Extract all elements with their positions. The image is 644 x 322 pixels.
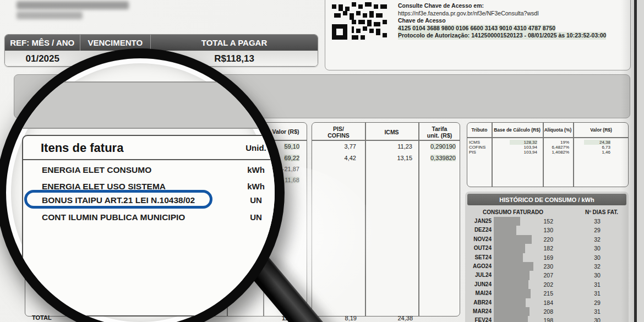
history-kwh-value: 215 bbox=[520, 290, 553, 297]
history-row: OUT2418230 bbox=[465, 244, 629, 253]
tarifa-header: Tarifa unit. (R$) bbox=[418, 126, 461, 139]
history-month: MAR24 bbox=[465, 308, 492, 314]
consult-label: Consulte Chave de Acesso em: bbox=[398, 2, 635, 10]
history-row: MAI2421531 bbox=[465, 289, 629, 298]
valor-cell: 69,22 bbox=[284, 155, 299, 161]
tarifa-cell: 0,339820 bbox=[430, 155, 456, 161]
tax-value: 1,46 bbox=[584, 150, 610, 155]
icms-cell: 13,15 bbox=[397, 155, 412, 161]
item-unit: kWh bbox=[235, 182, 277, 191]
total-row-label: TOTAL bbox=[32, 314, 52, 321]
values-header-underline bbox=[312, 140, 460, 141]
base-calculo-header: Base de Cálculo (R$) bbox=[492, 127, 543, 133]
items-header-underline-magnified bbox=[23, 159, 285, 160]
tax-value: 24,38 bbox=[584, 140, 610, 145]
history-days-value: 33 bbox=[583, 218, 611, 225]
tax-base: 128,32 bbox=[510, 140, 537, 145]
history-days-value: 30 bbox=[583, 254, 611, 261]
history-row: DEZ2413029 bbox=[465, 226, 629, 234]
history-month: JUL24 bbox=[465, 272, 492, 278]
history-kwh-value: 130 bbox=[520, 227, 553, 233]
history-kwh-value: 208 bbox=[520, 308, 553, 315]
items-unid-divider-magnified bbox=[226, 136, 227, 315]
history-row: MAR2420831 bbox=[465, 307, 629, 316]
history-days-value: 32 bbox=[583, 236, 611, 243]
item-unit: UN bbox=[235, 195, 277, 205]
tax-rate: 19% bbox=[543, 140, 569, 145]
history-month: ABR24 bbox=[465, 299, 492, 305]
tax-name: COFINS bbox=[469, 145, 485, 150]
history-row: JAN2515233 bbox=[465, 217, 629, 226]
history-month: JUN24 bbox=[465, 281, 492, 287]
history-row: NOV2422032 bbox=[465, 235, 629, 244]
summary-ref-value: 01/2025 bbox=[5, 51, 80, 67]
history-days-value: 31 bbox=[583, 281, 611, 288]
icms-tarifa-divider bbox=[418, 123, 419, 316]
pis-cofins-cell: 3,77 bbox=[345, 143, 356, 150]
history-days-value: 30 bbox=[583, 317, 611, 322]
history-kwh-value: 202 bbox=[520, 281, 553, 288]
history-kwh-value: 207 bbox=[520, 272, 553, 279]
pis-cofins-cell: 4,42 bbox=[345, 155, 356, 161]
page-edge-shadow bbox=[621, 0, 634, 322]
pis-cofins-header: PIS/ COFINS bbox=[312, 126, 365, 139]
item-name: CONT ILUMIN PUBLICA MUNICIPIO bbox=[42, 212, 185, 222]
history-row: SET2416930 bbox=[465, 253, 629, 262]
history-consumption-bar bbox=[494, 226, 516, 234]
icms-header: ICMS bbox=[365, 129, 418, 136]
summary-header-ref: REF: MÊS / ANO bbox=[5, 35, 80, 51]
unid-column-header: Unid. bbox=[235, 143, 277, 152]
items-table-magnified: Itens de fatura Unid. ENERGIA ELET CONSU… bbox=[22, 135, 285, 316]
tributo-table: Tributo Base de Cálculo (R$) Alíquota (%… bbox=[467, 122, 629, 187]
qr-code bbox=[332, 0, 387, 40]
tributo-header-underline bbox=[467, 137, 628, 138]
history-row: ABR2418429 bbox=[465, 298, 629, 307]
page-edge-outside bbox=[637, 0, 644, 322]
history-kwh-value: 198 bbox=[520, 317, 553, 322]
item-unit: UN bbox=[235, 212, 277, 222]
history-kwh-value: 152 bbox=[520, 218, 553, 225]
history-days-value: 30 bbox=[583, 272, 611, 279]
access-key-text: Consulte Chave de Acesso em: https://nf3… bbox=[398, 2, 635, 40]
history-days-value: 32 bbox=[583, 263, 611, 270]
total-icms: 24,38 bbox=[369, 315, 413, 321]
item-name: ENERGIA ELET CONSUMO bbox=[42, 165, 151, 175]
history-month: AGO24 bbox=[465, 263, 492, 269]
history-month: OUT24 bbox=[465, 245, 492, 251]
history-month: DEZ24 bbox=[465, 227, 492, 233]
tax-rate: 1,4082% bbox=[543, 150, 569, 155]
authorization-protocol: Protocolo de Autorização: 14125000015201… bbox=[398, 32, 606, 40]
history-kwh-value: 182 bbox=[520, 245, 553, 252]
scanned-electric-bill: REF: MÊS / ANO VENCIMENTO TOTAL A PAGAR … bbox=[0, 0, 644, 322]
history-days-value: 29 bbox=[583, 227, 611, 233]
tax-value: 6,73 bbox=[584, 145, 610, 150]
history-days-value: 31 bbox=[583, 290, 611, 297]
history-kwh-value: 169 bbox=[520, 254, 553, 261]
tax-base: 103,94 bbox=[510, 145, 537, 150]
history-month: SET24 bbox=[465, 254, 492, 260]
history-month: NOV24 bbox=[465, 236, 492, 242]
tributo-header: Tributo bbox=[467, 127, 492, 133]
history-days-value: 31 bbox=[583, 308, 611, 315]
history-consumption-bar bbox=[494, 217, 520, 226]
consumption-history-table: HISTÓRICO DE CONSUMO / kWh CONSUMO FATUR… bbox=[465, 192, 629, 322]
history-kwh-value: 184 bbox=[520, 299, 553, 306]
highlight-ellipse bbox=[24, 190, 212, 209]
icms-cell: 11,23 bbox=[397, 143, 412, 150]
history-days-value: 29 bbox=[583, 299, 611, 306]
blurred-address-line-1 bbox=[17, 1, 129, 9]
tax-base: 103,94 bbox=[510, 150, 537, 155]
tax-name: ICMS bbox=[469, 140, 480, 145]
history-row: JUL2420730 bbox=[465, 271, 629, 280]
history-row: FEV2419830 bbox=[465, 316, 629, 322]
days-header: Nº DIAS FAT. bbox=[578, 209, 625, 215]
history-month: JAN25 bbox=[465, 218, 492, 224]
tax-name: PIS bbox=[469, 150, 476, 155]
summary-header-row: REF: MÊS / ANO VENCIMENTO TOTAL A PAGAR bbox=[5, 35, 318, 51]
blurred-address-line-2 bbox=[17, 12, 83, 19]
items-table-title: Itens de fatura bbox=[41, 141, 123, 155]
item-unit: kWh bbox=[235, 165, 277, 174]
summary-header-total: TOTAL A PAGAR bbox=[151, 35, 318, 51]
history-kwh-value: 220 bbox=[520, 236, 553, 243]
tarifa-cell: 0,290190 bbox=[430, 143, 456, 150]
